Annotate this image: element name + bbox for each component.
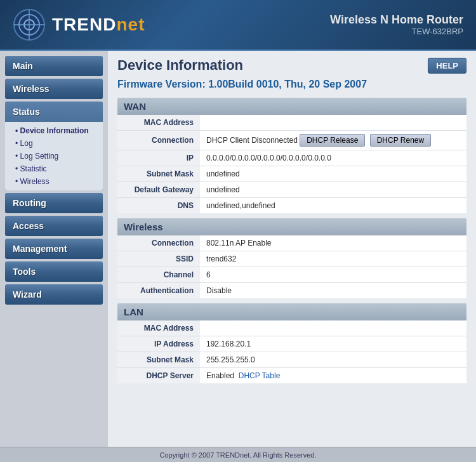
lan-section-header: LAN <box>117 303 466 320</box>
wan-dns-label: DNS <box>117 198 200 214</box>
logo-text: TRENDnet <box>52 15 145 35</box>
wireless-channel-label: Channel <box>117 267 200 283</box>
table-row: MAC Address <box>117 115 466 131</box>
wan-mac-value <box>200 115 466 131</box>
sidebar-subitem-log[interactable]: Log <box>5 137 103 150</box>
lan-mac-label: MAC Address <box>117 320 200 336</box>
wan-gateway-label: Default Gateway <box>117 182 200 198</box>
table-row: Connection 802.11n AP Enable <box>117 235 466 251</box>
wireless-table: Connection 802.11n AP Enable SSID trend6… <box>117 235 466 298</box>
wan-connection-label: Connection <box>117 131 200 150</box>
sidebar-subitem-statistic[interactable]: Statistic <box>5 162 103 175</box>
wan-subnet-value: undefined <box>200 166 466 182</box>
wan-ip-label: IP <box>117 150 200 166</box>
table-row: Subnet Mask undefined <box>117 166 466 182</box>
table-row: Channel 6 <box>117 267 466 283</box>
lan-ip-label: IP Address <box>117 336 200 352</box>
table-row: MAC Address <box>117 320 466 336</box>
lan-subnet-value: 255.255.255.0 <box>200 352 466 368</box>
logo-area: TRENDnet <box>13 8 145 41</box>
wireless-ssid-label: SSID <box>117 251 200 267</box>
lan-section: LAN MAC Address IP Address 192.168.20.1 … <box>117 303 466 383</box>
wan-gateway-value: undefined <box>200 182 466 198</box>
wan-dns-value: undefined,undefined <box>200 198 466 214</box>
wan-connection-value: DHCP Client Disconnected DHCP Release DH… <box>200 131 466 150</box>
sidebar-subitem-log-setting[interactable]: Log Setting <box>5 150 103 162</box>
logo-net: net <box>116 15 145 34</box>
page-title: Device Information <box>117 57 243 74</box>
wan-section-header: WAN <box>117 98 466 115</box>
sidebar-item-wireless[interactable]: Wireless <box>5 79 103 99</box>
main-container: Main Wireless Status Device Information … <box>0 51 476 447</box>
table-row: DNS undefined,undefined <box>117 198 466 214</box>
content-area: setuprouter Device Information HELP Firm… <box>108 51 476 447</box>
sidebar-status-subitems: Device Information Log Log Setting Stati… <box>5 122 103 190</box>
lan-mac-value <box>200 320 466 336</box>
wireless-connection-label: Connection <box>117 235 200 251</box>
sidebar-item-tools[interactable]: Tools <box>5 261 103 282</box>
sidebar-item-routing[interactable]: Routing <box>5 193 103 213</box>
product-name: Wireless N Home Router <box>330 13 463 27</box>
wireless-section: Wireless Connection 802.11n AP Enable SS… <box>117 218 466 298</box>
wan-section: WAN MAC Address Connection DHCP Client D… <box>117 98 466 213</box>
sidebar-subitem-wireless[interactable]: Wireless <box>5 175 103 188</box>
wireless-auth-label: Authentication <box>117 283 200 299</box>
lan-ip-value: 192.168.20.1 <box>200 336 466 352</box>
sidebar-item-access[interactable]: Access <box>5 216 103 236</box>
help-button[interactable]: HELP <box>428 58 466 74</box>
wan-connection-text: DHCP Client Disconnected <box>206 136 298 145</box>
firmware-version: Firmware Version: 1.00Build 0010, Thu, 2… <box>117 79 466 90</box>
wireless-section-header: Wireless <box>117 218 466 235</box>
lan-dhcp-label: DHCP Server <box>117 368 200 384</box>
table-row: IP Address 192.168.20.1 <box>117 336 466 352</box>
header: TRENDnet Wireless N Home Router TEW-632B… <box>0 0 476 51</box>
dhcp-table-link[interactable]: DHCP Table <box>239 371 281 380</box>
table-row: IP 0.0.0.0/0.0.0.0/0.0.0.0/0.0.0.0/0.0.0… <box>117 150 466 166</box>
content-header: Device Information HELP <box>117 57 466 74</box>
wan-table: MAC Address Connection DHCP Client Disco… <box>117 115 466 213</box>
sidebar-item-management[interactable]: Management <box>5 239 103 259</box>
sidebar-status-title[interactable]: Status <box>5 102 103 122</box>
table-row: Authentication Disable <box>117 283 466 299</box>
dhcp-release-button[interactable]: DHCP Release <box>300 134 365 147</box>
sidebar: Main Wireless Status Device Information … <box>0 51 108 447</box>
wireless-auth-value: Disable <box>200 283 466 299</box>
wireless-ssid-value: trend632 <box>200 251 466 267</box>
sidebar-item-main[interactable]: Main <box>5 56 103 76</box>
product-info: Wireless N Home Router TEW-632BRP <box>330 13 463 36</box>
lan-dhcp-value: Enabled DHCP Table <box>200 368 466 384</box>
lan-subnet-label: Subnet Mask <box>117 352 200 368</box>
wan-mac-label: MAC Address <box>117 115 200 131</box>
table-row: SSID trend632 <box>117 251 466 267</box>
sidebar-item-wizard[interactable]: Wizard <box>5 284 103 305</box>
product-model: TEW-632BRP <box>330 27 463 36</box>
wireless-channel-value: 6 <box>200 267 466 283</box>
table-row: Connection DHCP Client Disconnected DHCP… <box>117 131 466 150</box>
footer: Copyright © 2007 TRENDnet. All Rights Re… <box>0 447 476 462</box>
wan-subnet-label: Subnet Mask <box>117 166 200 182</box>
sidebar-subitem-device-information[interactable]: Device Information <box>5 124 103 137</box>
table-row: DHCP Server Enabled DHCP Table <box>117 368 466 384</box>
table-row: Default Gateway undefined <box>117 182 466 198</box>
table-row: Subnet Mask 255.255.255.0 <box>117 352 466 368</box>
logo-trend: TREND <box>52 15 116 34</box>
footer-text: Copyright © 2007 TRENDnet. All Rights Re… <box>160 451 317 459</box>
wan-ip-value: 0.0.0.0/0.0.0.0/0.0.0.0/0.0.0.0/0.0.0.0 <box>200 150 466 166</box>
trendnet-logo-icon <box>13 8 46 41</box>
lan-dhcp-text: Enabled <box>206 371 234 380</box>
wireless-connection-value: 802.11n AP Enable <box>200 235 466 251</box>
dhcp-renew-button[interactable]: DHCP Renew <box>370 134 431 147</box>
sidebar-section-status: Status Device Information Log Log Settin… <box>5 102 103 190</box>
lan-table: MAC Address IP Address 192.168.20.1 Subn… <box>117 320 466 383</box>
